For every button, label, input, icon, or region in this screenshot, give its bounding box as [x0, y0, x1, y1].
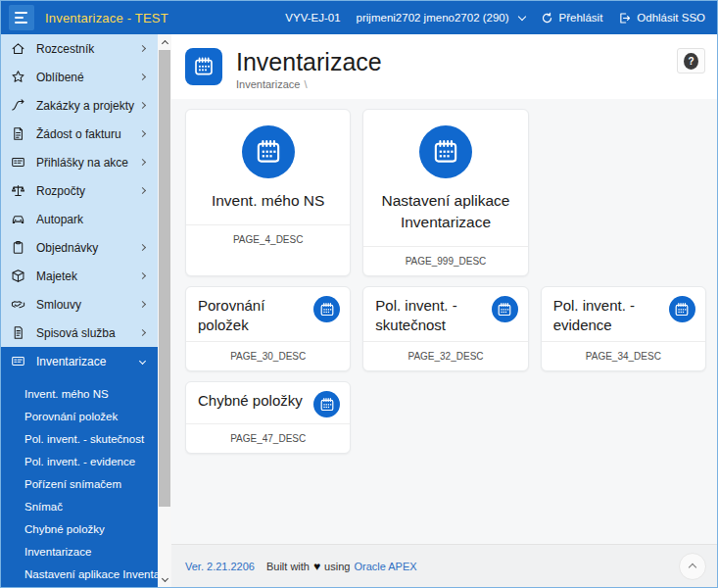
sidebar-item-oblibene[interactable]: Oblíbené	[1, 63, 158, 91]
chevron-down-icon	[517, 12, 525, 20]
footer: Ver. 2.21.2206 Built with ♥ using Oracle…	[171, 544, 717, 587]
calendar-icon	[185, 48, 222, 85]
breadcrumb-separator: \	[304, 78, 307, 90]
submenu-item-invent-meho-ns[interactable]: Invent. mého NS	[1, 382, 158, 405]
card-title: Pol. invent. - skutečnost	[375, 296, 483, 335]
submenu-item-pol-invent-skutecnost[interactable]: Pol. invent. - skutečnost	[1, 427, 158, 450]
calendar-icon	[242, 125, 295, 178]
home-icon	[11, 41, 27, 56]
sidebar: RozcestníkOblíbenéZakázky a projektyŽádo…	[1, 34, 158, 587]
oracle-apex-link[interactable]: Oracle APEX	[354, 561, 416, 572]
box-icon	[11, 269, 27, 283]
star-icon	[11, 70, 27, 84]
version-link[interactable]: Ver. 2.21.2206	[185, 561, 255, 572]
card-pol-invent-skutecnost[interactable]: Pol. invent. - skutečnost PAGE_32_DESC	[362, 286, 528, 371]
chevron-right-icon	[139, 74, 146, 80]
using-text: using	[324, 561, 350, 572]
chevron-right-icon	[139, 45, 146, 52]
submenu-item-nastaveni-aplikace-inventarizace[interactable]: Nastavení aplikace Inventarizace	[1, 563, 158, 585]
card-title: Invent. mého NS	[200, 190, 336, 212]
topbar-right: VYV-EJ-01 prijmeni2702 jmeno2702 (290) P…	[285, 12, 717, 24]
sidebar-item-majetek[interactable]: Majetek	[1, 262, 158, 290]
app-title: Inventarizace - TEST	[45, 11, 168, 25]
scrollbar-down-button[interactable]	[158, 572, 171, 587]
badge-icon	[11, 155, 27, 170]
sidebar-item-prihlasky-na-akce[interactable]: Přihlášky na akce	[1, 148, 158, 176]
chevron-right-icon	[139, 301, 146, 308]
hamburger-icon	[15, 12, 27, 14]
help-icon: ?	[684, 53, 698, 70]
breadcrumb[interactable]: Inventarizace\	[236, 78, 382, 90]
calendar-icon	[419, 125, 472, 178]
main-area: Inventarizace Inventarizace\ ? Invent. m…	[171, 34, 717, 587]
page-header: Inventarizace Inventarizace\ ?	[171, 34, 717, 99]
submenu-item-snimac[interactable]: Snímač	[1, 495, 158, 517]
card-row: Chybné položky PAGE_47_DESC	[185, 381, 706, 454]
sidebar-item-zadost-o-fakturu[interactable]: Žádost o fakturu	[1, 120, 158, 148]
submenu-item-porizeni-snimacem[interactable]: Pořízení snímačem	[1, 472, 158, 495]
sidebar-scrollbar[interactable]	[158, 34, 171, 587]
projects-icon	[11, 98, 27, 113]
card-description: PAGE_34_DESC	[542, 342, 705, 370]
car-icon	[11, 212, 27, 226]
user-menu-button[interactable]: prijmeni2702 jmeno2702 (290)	[357, 12, 525, 24]
sidebar-item-rozcestnik[interactable]: Rozcestník	[1, 34, 158, 63]
file-icon	[11, 325, 27, 340]
sidebar-item-spisova-sluzba[interactable]: Spisová služba	[1, 318, 158, 347]
chevron-down-icon	[139, 358, 146, 365]
sidebar-item-autopark[interactable]: Autopark	[1, 205, 158, 233]
card-description: PAGE_30_DESC	[186, 342, 350, 370]
calendar-icon	[669, 296, 695, 322]
sidebar-item-zakazky-a-projekty[interactable]: Zakázky a projekty	[1, 91, 158, 120]
scales-icon	[11, 183, 27, 198]
sidebar-submenu: Invent. mého NSPorovnání položekPol. inv…	[1, 375, 158, 587]
card-porovnani-polozek[interactable]: Porovnání položek PAGE_30_DESC	[185, 286, 351, 371]
calendar-icon	[492, 296, 518, 322]
chevron-right-icon	[139, 102, 146, 109]
help-button[interactable]: ?	[677, 48, 705, 74]
card-title: Nastavení aplikace Inventarizace	[363, 190, 527, 233]
scroll-to-top-button[interactable]	[679, 553, 706, 580]
chevron-right-icon	[139, 329, 146, 336]
chevron-up-icon	[689, 564, 696, 571]
submenu-item-porovnani-polozek[interactable]: Porovnání položek	[1, 405, 158, 427]
card-pol-invent-evidence[interactable]: Pol. invent. - evidence PAGE_34_DESC	[541, 286, 706, 371]
menu-toggle-button[interactable]	[9, 5, 34, 30]
scrollbar-up-button[interactable]	[158, 34, 171, 49]
card-row: Invent. mého NSPAGE_4_DESC Nastavení apl…	[185, 109, 706, 276]
submenu-item-pol-invent-evidence[interactable]: Pol. invent. - evidence	[1, 450, 158, 472]
badge-icon	[11, 354, 27, 368]
chevron-right-icon	[139, 244, 146, 251]
user-name: prijmeni2702 jmeno2702 (290)	[357, 12, 509, 24]
sidebar-item-rozpocty[interactable]: Rozpočty	[1, 176, 158, 205]
relogin-button[interactable]: Přehlásit	[541, 12, 603, 24]
sidebar-item-inventarizace[interactable]: Inventarizace	[1, 347, 158, 375]
topbar: Inventarizace - TEST VYV-EJ-01 prijmeni2…	[1, 1, 717, 34]
calendar-icon	[313, 296, 340, 322]
chevron-right-icon	[139, 187, 146, 194]
card-description: PAGE_47_DESC	[186, 424, 350, 453]
built-with-text: Built with	[266, 561, 310, 572]
chevron-right-icon	[139, 159, 146, 166]
chevron-right-icon	[139, 272, 146, 279]
sidebar-item-smlouvy[interactable]: Smlouvy	[1, 290, 158, 318]
submenu-item-inventarizace[interactable]: Inventarizace	[1, 540, 158, 563]
handshake-icon	[11, 297, 27, 312]
chevron-right-icon	[139, 130, 146, 137]
sidebar-nav: RozcestníkOblíbenéZakázky a projektyŽádo…	[1, 34, 158, 375]
environment-label: VYV-EJ-01	[285, 12, 340, 24]
card-title: Pol. invent. - evidence	[553, 296, 661, 335]
card-title: Porovnání položek	[198, 296, 306, 335]
card-title: Chybné položky	[198, 391, 306, 411]
card-invent-meho-ns[interactable]: Invent. mého NSPAGE_4_DESC	[185, 109, 351, 276]
submenu-item-chybne-polozky[interactable]: Chybné položky	[1, 517, 158, 540]
chevron-down-icon	[161, 574, 168, 581]
card-description: PAGE_999_DESC	[363, 247, 527, 275]
logout-sso-button[interactable]: Odhlásit SSO	[618, 12, 705, 24]
card-chybne-polozky[interactable]: Chybné položky PAGE_47_DESC	[185, 381, 351, 454]
sign-out-icon	[618, 12, 631, 24]
sidebar-item-objednavky[interactable]: Objednávky	[1, 233, 158, 262]
page-title: Inventarizace	[236, 48, 382, 75]
card-nastaveni-aplikace-inventarizace[interactable]: Nastavení aplikace InventarizacePAGE_999…	[362, 109, 528, 276]
scrollbar-thumb[interactable]	[159, 50, 170, 507]
